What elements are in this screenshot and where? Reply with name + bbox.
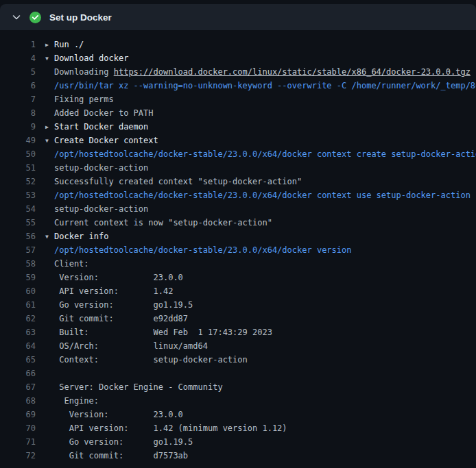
log-text: Git commit: d7573ab — [54, 451, 188, 460]
log-link[interactable]: https://download.docker.com/linux/static… — [114, 67, 471, 77]
line-text: Go version: go1.19.5 — [36, 435, 476, 449]
line-text: Version: 23.0.0 — [36, 271, 476, 284]
line-number[interactable]: 67 — [0, 380, 36, 394]
line-text: Version: 23.0.0 — [36, 408, 476, 421]
line-number[interactable]: 55 — [0, 216, 36, 230]
log-text: Create Docker context — [54, 136, 158, 145]
line-number[interactable]: 63 — [0, 325, 36, 339]
line-text: Downloading https://download.docker.com/… — [36, 65, 476, 79]
log-text: Run ./ — [54, 40, 84, 49]
line-number[interactable]: 64 — [0, 339, 36, 353]
log-text: Built: Wed Feb 1 17:43:29 2023 — [54, 328, 272, 337]
line-number[interactable]: 62 — [0, 312, 36, 325]
line-number[interactable]: 65 — [0, 353, 36, 367]
line-text: Go version: go1.19.5 — [36, 298, 476, 312]
expand-group-icon[interactable]: ▶ — [45, 38, 54, 51]
log-line: 69 Version: 23.0.0 — [0, 408, 476, 421]
line-text: Added Docker to PATH — [36, 106, 476, 120]
log-text: Server: Docker Engine - Community — [54, 382, 223, 392]
line-number[interactable]: 60 — [0, 284, 36, 298]
log-text: Docker info — [54, 232, 108, 241]
log-line: 5Downloading https://download.docker.com… — [0, 65, 476, 79]
line-number[interactable]: 72 — [0, 449, 36, 463]
chevron-down-icon[interactable] — [11, 12, 22, 23]
log-line: 71 Go version: go1.19.5 — [0, 435, 476, 449]
line-number[interactable]: 61 — [0, 298, 36, 312]
line-number[interactable]: 57 — [0, 243, 36, 257]
log-group-line[interactable]: 4▼Download docker — [0, 51, 476, 65]
line-number[interactable]: 66 — [0, 367, 36, 380]
line-text: API version: 1.42 — [36, 284, 476, 298]
line-number[interactable]: 1 — [0, 38, 36, 51]
log-line: 8Added Docker to PATH — [0, 106, 476, 120]
line-number[interactable]: 9 — [0, 120, 36, 134]
expand-group-icon[interactable]: ▶ — [45, 121, 54, 134]
log-line: 72 Git commit: d7573ab — [0, 449, 476, 463]
line-number[interactable]: 50 — [0, 147, 36, 161]
log-text: API version: 1.42 (minimum version 1.12) — [54, 423, 287, 433]
log-text: Go version: go1.19.5 — [54, 300, 193, 310]
collapse-group-icon[interactable]: ▼ — [45, 230, 54, 243]
line-number[interactable]: 49 — [0, 134, 36, 147]
log-line: 60 API version: 1.42 — [0, 284, 476, 298]
line-number[interactable]: 53 — [0, 188, 36, 202]
log-text: OS/Arch: linux/amd64 — [54, 341, 208, 351]
line-number[interactable]: 58 — [0, 257, 36, 271]
log-text: Downloading — [54, 67, 114, 77]
line-number[interactable]: 8 — [0, 106, 36, 120]
line-number[interactable]: 68 — [0, 394, 36, 408]
log-line: 61 Go version: go1.19.5 — [0, 298, 476, 312]
line-number[interactable]: 4 — [0, 51, 36, 65]
log-line: 7Fixing perms — [0, 93, 476, 106]
line-number[interactable]: 54 — [0, 202, 36, 216]
line-number[interactable]: 51 — [0, 161, 36, 175]
log-group-line[interactable]: 56▼Docker info — [0, 230, 476, 243]
log-line: 51setup-docker-action — [0, 161, 476, 175]
log-line: 59 Version: 23.0.0 — [0, 271, 476, 284]
collapse-group-icon[interactable]: ▼ — [45, 134, 54, 147]
line-text: Engine: — [36, 394, 476, 408]
line-text: OS/Arch: linux/amd64 — [36, 339, 476, 353]
log-line: 52Successfully created context "setup-do… — [0, 175, 476, 188]
log-line: 70 API version: 1.42 (minimum version 1.… — [0, 421, 476, 435]
line-number[interactable]: 59 — [0, 271, 36, 284]
log-group-line[interactable]: 49▼Create Docker context — [0, 134, 476, 147]
line-text: ▼Create Docker context — [36, 134, 476, 147]
log-text: Client: — [54, 259, 89, 269]
line-number[interactable]: 69 — [0, 408, 36, 421]
log-text: Context: setup-docker-action — [54, 355, 248, 365]
log-text: Version: 23.0.0 — [54, 273, 183, 282]
line-text: Git commit: d7573ab — [36, 449, 476, 463]
line-text: Current context is now "setup-docker-act… — [36, 216, 476, 230]
line-text: ▼Docker info — [36, 230, 476, 243]
log-text: /opt/hostedtoolcache/docker-stable/23.0.… — [54, 190, 471, 200]
log-text: Version: 23.0.0 — [54, 410, 183, 419]
log-text: API version: 1.42 — [54, 286, 173, 296]
log-line: 64 OS/Arch: linux/amd64 — [0, 339, 476, 353]
line-text: /opt/hostedtoolcache/docker-stable/23.0.… — [36, 147, 476, 161]
log-line: 6/usr/bin/tar xz --warning=no-unknown-ke… — [0, 79, 476, 93]
step-header[interactable]: Set up Docker — [0, 4, 476, 30]
line-text: setup-docker-action — [36, 202, 476, 216]
line-number[interactable]: 71 — [0, 435, 36, 449]
line-number[interactable]: 70 — [0, 421, 36, 435]
log-container: 1▶Run ./4▼Download docker5Downloading ht… — [0, 30, 476, 463]
line-number[interactable]: 56 — [0, 230, 36, 243]
line-number[interactable]: 5 — [0, 65, 36, 79]
log-group-line[interactable]: 9▶Start Docker daemon — [0, 120, 476, 134]
log-group-line[interactable]: 1▶Run ./ — [0, 38, 476, 51]
line-text: Server: Docker Engine - Community — [36, 380, 476, 394]
line-text: Successfully created context "setup-dock… — [36, 175, 476, 188]
log-text: Added Docker to PATH — [54, 108, 154, 118]
line-text: setup-docker-action — [36, 161, 476, 175]
log-text: Download docker — [54, 53, 128, 63]
log-line: 53/opt/hostedtoolcache/docker-stable/23.… — [0, 188, 476, 202]
line-number[interactable]: 6 — [0, 79, 36, 93]
log-line: 57/opt/hostedtoolcache/docker-stable/23.… — [0, 243, 476, 257]
log-line: 63 Built: Wed Feb 1 17:43:29 2023 — [0, 325, 476, 339]
line-number[interactable]: 7 — [0, 93, 36, 106]
line-number[interactable]: 52 — [0, 175, 36, 188]
log-line: 67 Server: Docker Engine - Community — [0, 380, 476, 394]
line-text: /usr/bin/tar xz --warning=no-unknown-key… — [36, 79, 476, 93]
collapse-group-icon[interactable]: ▼ — [45, 52, 54, 65]
